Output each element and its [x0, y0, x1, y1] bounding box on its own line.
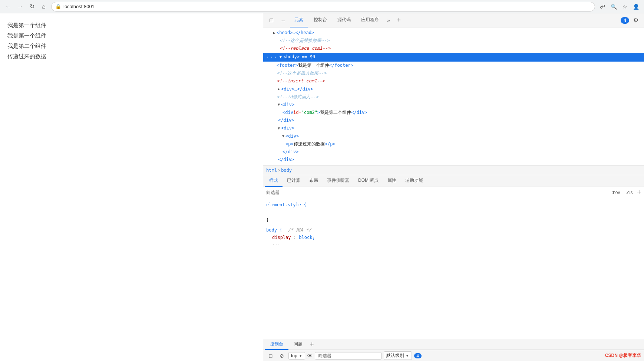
more-tabs-button[interactable]: » [385, 16, 392, 25]
styles-panel: 样式 已计算 布局 事件侦听器 DOM 断点 属性 辅助功能 :hov .cls… [263, 175, 644, 361]
preview-line-2: 我是第一个组件 [7, 31, 255, 40]
dom-line-div-com2[interactable]: <div id= "com2" > 我是第二个组件 </div> [263, 109, 644, 116]
forward-button[interactable]: → [16, 2, 24, 11]
add-tab-button[interactable]: + [394, 15, 404, 26]
style-tab-styles[interactable]: 样式 [265, 175, 283, 187]
tab-elements[interactable]: 元素 [290, 13, 308, 27]
tab-console[interactable]: 控制台 [309, 13, 331, 27]
top-dropdown[interactable]: top ▼ [288, 352, 305, 360]
dom-line-p[interactable]: <p> 传递过来的数据 </p> [263, 140, 644, 148]
browser-icons: ☍ 🔍 ☆ 👤 [598, 2, 640, 11]
url-text: localhost:8001 [63, 4, 95, 9]
three-dots: ··· [266, 53, 278, 61]
error-badge: 4 [621, 17, 629, 24]
dom-line-replace-com1[interactable]: <!--replace com1--> [263, 45, 644, 52]
dom-line-comment2[interactable]: <!--这个是插入效果--> [263, 69, 644, 77]
breadcrumb-body[interactable]: body [281, 168, 292, 173]
bookmark-icon[interactable]: ☆ [620, 2, 629, 11]
level-label: 默认级别 [386, 352, 404, 359]
security-icon: 🔒 [55, 4, 61, 9]
console-stop-button[interactable]: ⊘ [277, 351, 286, 360]
dom-line-insert-com1[interactable]: <!--insert com1--> [263, 77, 644, 85]
console-tab-issues[interactable]: 问题 [288, 339, 308, 350]
dom-line-div2-close[interactable]: </div> [263, 116, 644, 124]
console-bottom-bar: □ ⊘ top ▼ 👁 默认级别 ▼ 4 CSDN @极客李华 [263, 350, 644, 361]
preview-pane: 我是第一个组件 我是第一个组件 我是第二个组件 传递过来的数据 [0, 13, 263, 361]
dom-line-comment1[interactable]: <!--这个是替换效果--> [263, 37, 644, 45]
css-element-close: } [266, 216, 641, 224]
console-badge: 4 [414, 353, 422, 358]
home-button[interactable]: ⌂ [39, 2, 48, 11]
breadcrumb-html[interactable]: html [266, 168, 277, 173]
dom-line-div4-open[interactable]: ▼ <div> [263, 132, 644, 140]
style-tab-accessibility[interactable]: 辅助功能 [401, 175, 427, 187]
tab-sources[interactable]: 源代码 [333, 13, 355, 27]
css-property-margin: ··· [272, 241, 641, 249]
device-toolbar-button[interactable]: ⎓ [278, 15, 288, 26]
profile-icon[interactable]: 👤 [631, 2, 640, 11]
css-rule-element-style: element.style { [266, 201, 641, 209]
tab-application[interactable]: 应用程序 [357, 13, 383, 27]
toggle-head[interactable]: ▶ [272, 30, 277, 36]
add-rule-button[interactable]: + [637, 188, 641, 196]
browser-chrome: ← → ↻ ⌂ 🔒 localhost:8001 ☍ 🔍 ☆ 👤 [0, 0, 644, 13]
style-tab-dom-breakpoints[interactable]: DOM 断点 [354, 175, 383, 187]
csdn-text: CSDN @极客李华 [605, 352, 641, 359]
toggle-div2[interactable]: ▼ [277, 102, 281, 108]
toggle-div3[interactable]: ▼ [277, 125, 281, 131]
toggle-div4[interactable]: ▼ [281, 133, 285, 139]
css-property-display: display : block; [272, 234, 641, 241]
dom-line-footer[interactable]: <footer> 我是第一个组件 </footer> [263, 62, 644, 69]
back-button[interactable]: ← [4, 2, 13, 11]
level-dropdown-arrow-icon: ▼ [406, 354, 409, 358]
dom-line-body[interactable]: ··· ▼ <body> == $0 [263, 53, 644, 62]
style-tab-layout[interactable]: 布局 [305, 175, 323, 187]
dom-line-div3-close[interactable]: </div> [263, 156, 644, 164]
toggle-div1[interactable]: ▶ [277, 86, 281, 92]
dom-line-comment3[interactable]: <!--id形式插入--> [263, 93, 644, 101]
address-bar[interactable]: 🔒 localhost:8001 [51, 2, 595, 12]
dom-line-head[interactable]: ▶ <head>…</head> [263, 29, 644, 37]
reload-button[interactable]: ↻ [27, 2, 36, 11]
inspect-element-button[interactable]: □ [266, 15, 277, 26]
settings-button[interactable]: ⚙ [631, 15, 641, 26]
style-tab-properties[interactable]: 属性 [383, 175, 401, 187]
preview-line-1: 我是第一个组件 [7, 21, 255, 30]
console-clear-button[interactable]: □ [266, 351, 275, 360]
top-label: top [291, 353, 297, 358]
css-element-empty [272, 209, 641, 216]
console-add-button[interactable]: + [308, 341, 316, 348]
css-rule-body: body { /* 用A */ [266, 226, 641, 234]
dom-line-div-collapsed[interactable]: ▶ <div>…</div> [263, 85, 644, 93]
devtools-panel: □ ⎓ 元素 控制台 源代码 应用程序 » + 4 ⚙ ▶ <head>…</h… [263, 13, 644, 361]
dom-tree: ▶ <head>…</head> <!--这个是替换效果--> <!--repl… [263, 27, 644, 165]
dropdown-arrow-icon: ▼ [299, 354, 303, 358]
style-tabs: 样式 已计算 布局 事件侦听器 DOM 断点 属性 辅助功能 [263, 175, 644, 187]
level-dropdown[interactable]: 默认级别 ▼ [384, 351, 412, 360]
console-filter-input[interactable] [315, 352, 382, 360]
cls-button[interactable]: .cls [624, 189, 634, 196]
filter-actions: :hov .cls + [610, 188, 641, 196]
dom-line-div2-open[interactable]: ▼ <div> [263, 101, 644, 109]
dom-breadcrumb: html > body [263, 165, 644, 175]
hov-button[interactable]: :hov [610, 189, 622, 196]
console-tabs: 控制台 问题 + [263, 339, 644, 350]
translate-icon[interactable]: ☍ [598, 2, 607, 11]
css-content: element.style { } body { /* 用A */ displa… [263, 198, 644, 339]
dom-line-div4-close[interactable]: </div> [263, 148, 644, 156]
main-area: 我是第一个组件 我是第一个组件 我是第二个组件 传递过来的数据 □ ⎓ 元素 控… [0, 13, 644, 361]
dom-line-div3-open[interactable]: ▼ <div> [263, 124, 644, 132]
preview-line-4: 传递过来的数据 [7, 52, 255, 61]
devtools-toolbar: □ ⎓ 元素 控制台 源代码 应用程序 » + 4 ⚙ [263, 13, 644, 27]
search-icon[interactable]: 🔍 [609, 2, 618, 11]
style-tab-event-listeners[interactable]: 事件侦听器 [323, 175, 354, 187]
filter-bar: :hov .cls + [263, 187, 644, 198]
preview-line-3: 我是第二个组件 [7, 42, 255, 50]
console-tab-console[interactable]: 控制台 [265, 339, 288, 350]
filter-input[interactable] [266, 190, 607, 195]
style-tab-computed[interactable]: 已计算 [283, 175, 305, 187]
eye-icon[interactable]: 👁 [307, 353, 313, 359]
